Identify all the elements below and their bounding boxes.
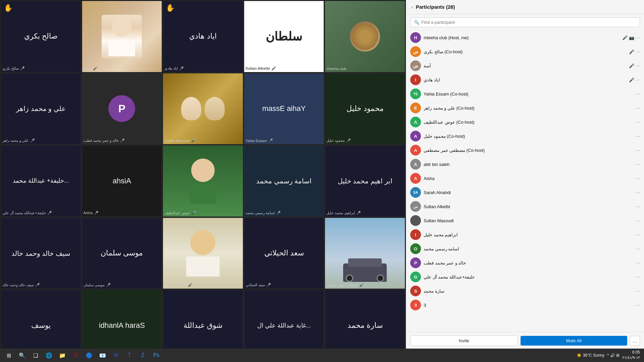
invite-button[interactable]: Invite — [410, 336, 518, 346]
tile-aisha[interactable]: Aisha 🎤 Aisha — [82, 145, 162, 217]
participant-row[interactable]: H mleeha club (Host, me) 🎤 📷 ⋯ — [408, 31, 643, 45]
tile-ayad[interactable]: ✋ اياد هادي 🎤 اياد هادي — [163, 1, 243, 72]
tile-baby[interactable]: ✋ 🎤 هاسة — [82, 1, 162, 72]
tile-ali-zaher[interactable]: علي و محمد زاهر 🎤 علي و محمد زاهر — [1, 73, 81, 145]
participant-row[interactable]: P خالد و عمر محمد قطب ⋯ — [408, 256, 643, 270]
avatar: A — [410, 117, 421, 127]
participant-row[interactable]: SA Sarah Alnahdi ⋯ — [408, 185, 643, 199]
edge-browser[interactable]: 🌐 — [43, 349, 55, 361]
word-app[interactable]: W — [110, 349, 122, 361]
tile-ibrahim[interactable]: ابر اهيم محمد خليل 🎤 ابراهيم محمد خليل — [325, 145, 405, 217]
tile-saif[interactable]: سيف خالد وحمد خالد 🎤 سيف خالد وحمد خالد — [1, 218, 81, 289]
more-icon: ⋯ — [636, 204, 640, 209]
participant-name: 3 — [424, 303, 636, 308]
participant-name: mleeha club (Host, me) — [424, 35, 622, 40]
clock: 6:05 ١٢-٢١/٨١/٩ — [622, 350, 640, 360]
mleeha-photo — [325, 1, 405, 72]
chrome-browser[interactable]: 🔵 — [83, 349, 95, 361]
collapse-chevron[interactable]: ‹ — [412, 4, 413, 10]
tile-khalid-umar[interactable]: P 🎤 خالد و عمر محمد قطب — [82, 73, 162, 145]
tile-osama[interactable]: اسامة رسمي محمد 🎤 اسامة رسمي محمد — [244, 145, 324, 217]
participant-row[interactable]: ض صالح بکری (Co-host) 🎤 ⋯ — [408, 45, 643, 59]
participant-row[interactable]: A محمود خليل (Co-host) ⋯ — [408, 129, 643, 143]
photoshop-app[interactable]: Ps — [150, 349, 162, 361]
tile-name: Sarah Alnahdi — [96, 318, 148, 334]
search-icon: 🔍 — [414, 20, 419, 25]
participant-name: مصطفي عمر مصطفي (Co-host) — [424, 148, 636, 153]
tile-car[interactable]: 🎤 سلطان سيف خطيبي — [325, 218, 405, 289]
sultan-photo — [163, 73, 243, 144]
participant-row[interactable]: S سارة محمد ⋯ — [408, 284, 643, 298]
participant-name: Sultan Masoudi — [424, 218, 636, 223]
participant-row[interactable]: A ablr bin saleh ⋯ — [408, 157, 643, 171]
mute-all-button[interactable]: Mute All — [521, 336, 628, 346]
tile-ablr-video[interactable]: 🎤 ablr bin saleh — [163, 218, 243, 289]
participant-row[interactable]: ض آسة 🎤 ⋯ — [408, 59, 643, 73]
participant-name: علي و محمد زاهر (Co-host) — [424, 106, 636, 111]
participant-icons: ⋯ — [636, 106, 640, 111]
more-icon: ⋯ — [636, 275, 640, 280]
more-options-button[interactable]: ... — [630, 336, 640, 346]
participant-row[interactable]: A مصطفي عمر مصطفي (Co-host) ⋯ — [408, 143, 643, 157]
tile-saleh-bkri[interactable]: ✋ صالح بكري 🎤 صالح بكري — [1, 1, 81, 72]
tile-bottom-label: 🎤 Aisha — [84, 211, 99, 215]
participant-icons: ⋯ — [636, 218, 640, 223]
more-icon: ⋯ — [636, 63, 640, 68]
tile-name: علي و محمد زاهر — [13, 101, 68, 116]
tile-name: صالح بكري — [21, 28, 60, 44]
system-tray-icons: ^ 🔊 ⊞ — [607, 353, 620, 358]
search-participant-box[interactable]: 🔍 — [410, 17, 640, 27]
zoom-app[interactable]: Z — [137, 349, 149, 361]
participant-row[interactable]: O اسامه رسمي محمد ⋯ — [408, 242, 643, 256]
avatar: H — [410, 32, 421, 43]
participant-icons: ⋯ — [636, 162, 640, 167]
participant-row[interactable]: YE Yahia Essam (Co-host) ⋯ — [408, 87, 643, 101]
tile-mleeha[interactable]: mleeha club — [325, 1, 405, 72]
tile-boy[interactable]: 🎤 عوض عبدالنطيف — [163, 145, 243, 217]
sidebar-footer: Invite Mute All ... — [406, 332, 644, 349]
search-taskbar[interactable]: 🔍 — [16, 349, 28, 361]
weather-text: 36°C Sunny — [583, 353, 604, 358]
start-button[interactable]: ⊞ — [3, 349, 15, 361]
file-explorer[interactable]: 📁 — [56, 349, 68, 361]
mail-app[interactable]: 📧 — [97, 349, 109, 361]
taskbar-left: ⊞ 🔍 ❑ 🌐 📁 O 🔵 📧 W T Z Ps — [0, 349, 165, 361]
participant-icons: ⋯ — [636, 148, 640, 153]
tile-yahia[interactable]: Yahia Essam 🎤 Yahia Essam — [244, 73, 324, 145]
more-icon: ⋯ — [636, 35, 640, 40]
tile-name: اسامة رسمي محمد — [254, 174, 314, 188]
more-icon: ⋯ — [636, 49, 640, 54]
participant-row[interactable]: 3 3 ⋯ — [408, 298, 643, 312]
more-icon: ⋯ — [636, 162, 640, 167]
participant-row[interactable]: I اياد هادي 🎤 ⋯ — [408, 73, 643, 87]
tile-saad[interactable]: سعد الحيلاتي 🎤 سعد الحيلاتي — [244, 218, 324, 289]
participant-row[interactable]: س Sultan Alketbi ⋯ — [408, 199, 643, 214]
tile-name: يوسف — [29, 318, 53, 334]
task-view[interactable]: ❑ — [30, 349, 42, 361]
participant-row[interactable]: G خليفة+عبداللة محمد آل علي ⋯ — [408, 270, 643, 284]
participant-icons: ⋯ — [636, 246, 640, 251]
teams-app[interactable]: T — [123, 349, 136, 361]
tile-mahmoud[interactable]: محمود خليل 🎤 محمود خليل — [325, 73, 405, 145]
avatar — [410, 215, 421, 226]
tile-khalifa[interactable]: ...خليفة+ عبداللة محمد 🎤 خليفة+عبدالله م… — [1, 145, 81, 217]
tile-name: اياد هادي — [186, 28, 219, 44]
search-input[interactable] — [421, 20, 636, 25]
participant-row[interactable]: A عوض عبداللطيف (Co-host) ⋯ — [408, 115, 643, 129]
participant-row[interactable]: I ابراهيم محمد خليل ⋯ — [408, 228, 643, 242]
tile-mousa[interactable]: موسى سلمان 🎤 موسى سلمان — [82, 218, 162, 289]
tile-bottom-label: 🎤 سلطان سيف خطيبي — [326, 283, 364, 287]
participant-avatar: P — [108, 95, 135, 122]
participant-name: خليفة+عبداللة محمد آل علي — [424, 275, 636, 280]
sidebar-panel: ‹ Participants (28) 🔍 H mleeha club (Hos… — [406, 0, 644, 362]
tile-sultan-text[interactable]: سلطان 🎤 Sultan Alketbi — [244, 1, 324, 72]
tile-bottom-label: 🎤 صالح بكري — [2, 66, 25, 71]
participant-row[interactable]: A Aisha ⋯ — [408, 171, 643, 185]
participant-row[interactable]: Sultan Masoudi ⋯ — [408, 214, 643, 228]
tile-sultan-masoudi[interactable]: 🎤 Sultan Masoudi — [163, 73, 243, 145]
tile-bottom-label: mleeha club — [326, 67, 346, 71]
participant-name: خالد و عمر محمد قطب — [424, 260, 636, 265]
avatar: A — [410, 145, 421, 156]
participant-row[interactable]: E علي و محمد زاهر (Co-host) ⋯ — [408, 101, 643, 115]
opera-browser[interactable]: O — [70, 349, 82, 361]
